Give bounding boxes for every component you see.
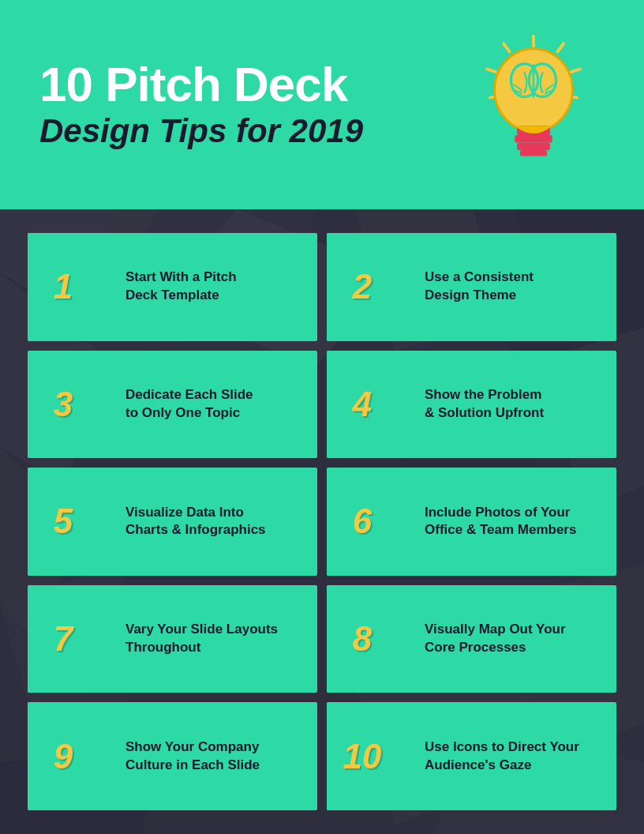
tip-number-8: 8: [353, 619, 372, 659]
tip-card-5: 5Visualize Data IntoCharts & Infographic…: [28, 468, 317, 576]
tip-label-7: Vary Your Slide LayoutsThroughout: [99, 611, 292, 667]
tip-label-9: Show Your CompanyCulture in Each Slide: [99, 729, 274, 784]
svg-rect-13: [517, 142, 550, 150]
tip-number-block-3: 3: [28, 351, 99, 459]
tip-number-block-1: 1: [28, 233, 99, 341]
header: 10 Pitch Deck Design Tips for 2019: [0, 0, 644, 209]
tip-number-block-10: 10: [327, 702, 398, 810]
tip-number-block-8: 8: [327, 585, 398, 693]
tip-label-8: Visually Map Out YourCore Processes: [398, 611, 580, 667]
svg-line-2: [571, 69, 580, 72]
tip-card-3: 3Dedicate Each Slideto Only One Topic: [28, 351, 317, 459]
tip-label-3: Dedicate Each Slideto Only One Topic: [99, 377, 268, 432]
tip-number-block-7: 7: [28, 585, 99, 693]
tip-label-5: Visualize Data IntoCharts & Infographics: [99, 494, 280, 550]
svg-rect-12: [515, 135, 552, 143]
title-line1: 10 Pitch Deck: [39, 57, 347, 111]
tip-card-7: 7Vary Your Slide LayoutsThroughout: [28, 585, 317, 693]
tip-number-block-6: 6: [327, 468, 398, 576]
svg-line-5: [487, 69, 496, 72]
tip-number-1: 1: [54, 267, 73, 306]
svg-line-1: [557, 43, 564, 51]
svg-rect-14: [520, 150, 547, 156]
tip-label-6: Include Photos of YourOffice & Team Memb…: [398, 494, 590, 550]
header-subtitle: Design Tips for 2019: [39, 111, 447, 151]
tip-number-6: 6: [353, 502, 372, 541]
tip-label-4: Show the Problem& Solution Upfront: [398, 377, 558, 432]
tip-number-block-9: 9: [28, 702, 99, 810]
header-title: 10 Pitch Deck: [39, 58, 447, 111]
main-content: 1Start With a PitchDeck Template2Use a C…: [0, 209, 644, 834]
tip-card-10: 10Use Icons to Direct YourAudience's Gaz…: [327, 702, 616, 810]
tip-card-1: 1Start With a PitchDeck Template: [28, 233, 317, 341]
tips-grid: 1Start With a PitchDeck Template2Use a C…: [28, 233, 616, 810]
tip-card-4: 4Show the Problem& Solution Upfront: [327, 351, 616, 459]
tip-card-6: 6Include Photos of YourOffice & Team Mem…: [327, 468, 616, 576]
tip-number-block-2: 2: [327, 233, 398, 341]
title-line2: Design Tips for 2019: [39, 112, 363, 149]
tip-number-block-5: 5: [28, 468, 99, 576]
svg-line-4: [504, 43, 510, 51]
tip-label-2: Use a ConsistentDesign Theme: [398, 259, 548, 314]
lightbulb-icon: [462, 30, 605, 180]
tip-number-3: 3: [54, 385, 73, 424]
tip-number-9: 9: [54, 737, 73, 776]
tip-number-2: 2: [353, 267, 372, 306]
tip-card-2: 2Use a ConsistentDesign Theme: [327, 233, 616, 341]
tip-number-7: 7: [54, 619, 73, 659]
tip-number-10: 10: [343, 737, 382, 776]
tip-card-9: 9Show Your CompanyCulture in Each Slide: [28, 702, 317, 810]
tip-number-block-4: 4: [327, 351, 398, 459]
tip-label-1: Start With a PitchDeck Template: [99, 259, 251, 314]
tip-number-5: 5: [54, 502, 73, 541]
header-text: 10 Pitch Deck Design Tips for 2019: [39, 58, 447, 152]
tip-label-10: Use Icons to Direct YourAudience's Gaze: [398, 729, 593, 784]
tip-card-8: 8Visually Map Out YourCore Processes: [327, 585, 616, 693]
tip-number-4: 4: [353, 385, 372, 424]
